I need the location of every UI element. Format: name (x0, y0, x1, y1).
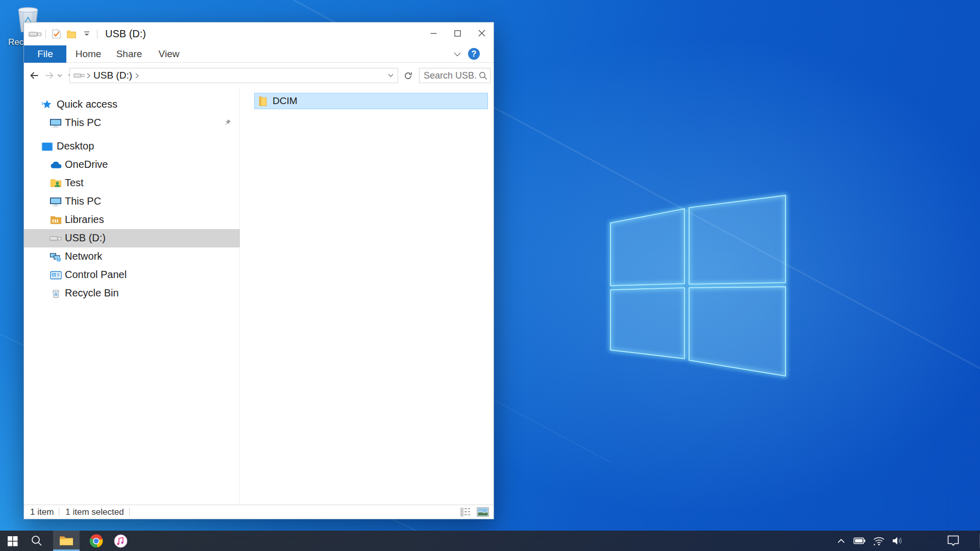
taskbar-itunes-button[interactable] (108, 531, 133, 551)
taskbar-search-button[interactable] (24, 531, 49, 551)
file-name: DCIM (273, 95, 298, 107)
sidebar-item-onedrive[interactable]: OneDrive (24, 156, 240, 174)
start-button[interactable] (0, 531, 24, 551)
desktop: Recycle Bin (0, 0, 980, 551)
separator (97, 30, 97, 39)
usb-drive-icon[interactable] (28, 27, 43, 42)
minimize-button[interactable] (422, 22, 446, 44)
title-bar: USB (D:) (24, 22, 494, 45)
usb-drive-icon (50, 232, 62, 244)
chevron-up-icon (837, 538, 845, 543)
sidebar-item-usb-drive[interactable]: USB (D:) (24, 229, 240, 247)
breadcrumb-chevron-icon (87, 73, 90, 79)
user-folder-icon (50, 177, 62, 189)
file-item-dcim[interactable]: DCIM (254, 93, 488, 109)
usb-drive-icon (74, 72, 85, 79)
tray-battery-icon[interactable] (851, 531, 868, 551)
breadcrumb-drive[interactable]: USB (D:) (93, 70, 132, 81)
sidebar-item-desktop[interactable]: Desktop (24, 137, 240, 156)
sidebar-item-this-pc-2[interactable]: This PC (24, 192, 240, 211)
tray-volume-icon[interactable] (889, 531, 905, 551)
itunes-icon (114, 534, 128, 548)
separator (45, 30, 46, 39)
sidebar-item-quick-access[interactable]: Quick access (24, 95, 240, 114)
navigation-pane: Quick access This PC (24, 88, 240, 505)
taskbar-chrome-button[interactable] (84, 531, 108, 551)
separator (59, 508, 59, 516)
action-center-button[interactable] (940, 531, 966, 551)
search-icon[interactable] (479, 71, 487, 82)
windows-logo-icon (7, 536, 18, 546)
chrome-icon (89, 534, 103, 548)
help-label: ? (472, 49, 477, 59)
customize-toolbar-chevron-icon[interactable] (79, 27, 94, 42)
taskbar-file-explorer-button[interactable] (53, 531, 80, 551)
action-center-icon (947, 535, 960, 547)
caption-buttons (422, 22, 494, 44)
pin-icon[interactable] (224, 118, 232, 129)
wifi-icon (873, 536, 885, 546)
speaker-icon (891, 536, 903, 545)
separator (129, 508, 130, 516)
back-button[interactable] (27, 68, 41, 83)
computer-icon (50, 117, 62, 129)
close-button[interactable] (470, 22, 494, 44)
tab-file[interactable]: File (24, 45, 66, 63)
navigation-toolbar: USB (D:) (24, 63, 494, 88)
maximize-button[interactable] (446, 22, 470, 44)
breadcrumb-chevron-icon[interactable] (135, 73, 139, 79)
search-box (419, 68, 491, 83)
file-explorer-icon (59, 535, 74, 547)
libraries-icon (50, 214, 62, 226)
recycle-bin-icon (50, 287, 62, 299)
sidebar-item-network[interactable]: Network (24, 247, 240, 266)
item-count: 1 item (30, 507, 54, 517)
checkmark-page-icon[interactable] (48, 27, 64, 42)
window-title: USB (D:) (105, 28, 146, 40)
details-view-button[interactable] (459, 506, 472, 518)
help-button[interactable]: ? (468, 48, 480, 60)
tray-wifi-icon[interactable] (871, 531, 887, 551)
taskbar (0, 531, 980, 551)
sidebar-item-libraries[interactable]: Libraries (24, 211, 240, 229)
view-buttons (459, 506, 489, 518)
tab-share[interactable]: Share (113, 45, 145, 62)
ribbon-menu-bar: File Home Share View ? (24, 45, 494, 63)
expand-ribbon-chevron-icon[interactable] (452, 49, 463, 59)
search-icon (31, 535, 43, 547)
star-icon (41, 98, 53, 111)
quick-access-toolbar (24, 27, 100, 42)
sidebar-item-this-pc[interactable]: This PC (24, 114, 240, 132)
large-icons-view-button[interactable] (476, 506, 489, 518)
folder-icon (258, 96, 268, 107)
sidebar-item-recycle-bin[interactable]: Recycle Bin (24, 284, 240, 303)
tab-view[interactable]: View (154, 45, 184, 62)
selection-status: 1 item selected (65, 507, 124, 517)
forward-button[interactable] (42, 68, 57, 83)
computer-icon (50, 195, 62, 208)
sidebar-item-control-panel[interactable]: Control Panel (24, 266, 240, 284)
desktop-icon (41, 140, 53, 153)
battery-icon (853, 537, 866, 544)
file-list-pane[interactable]: DCIM (240, 88, 494, 505)
address-history-chevron-icon[interactable] (384, 68, 397, 83)
onedrive-cloud-icon (50, 159, 62, 171)
sidebar-item-test-user[interactable]: Test (24, 174, 240, 192)
recent-locations-chevron-icon[interactable] (56, 68, 64, 83)
control-panel-icon (50, 269, 62, 281)
refresh-button[interactable] (401, 69, 414, 82)
network-icon (50, 251, 62, 263)
address-bar[interactable]: USB (D:) (69, 68, 398, 83)
status-bar: 1 item 1 item selected (24, 505, 494, 519)
tab-home[interactable]: Home (72, 45, 105, 62)
tray-show-hidden-icons-button[interactable] (833, 531, 849, 551)
file-explorer-window: USB (D:) File Home Share View (23, 22, 494, 519)
folder-icon[interactable] (64, 27, 79, 42)
